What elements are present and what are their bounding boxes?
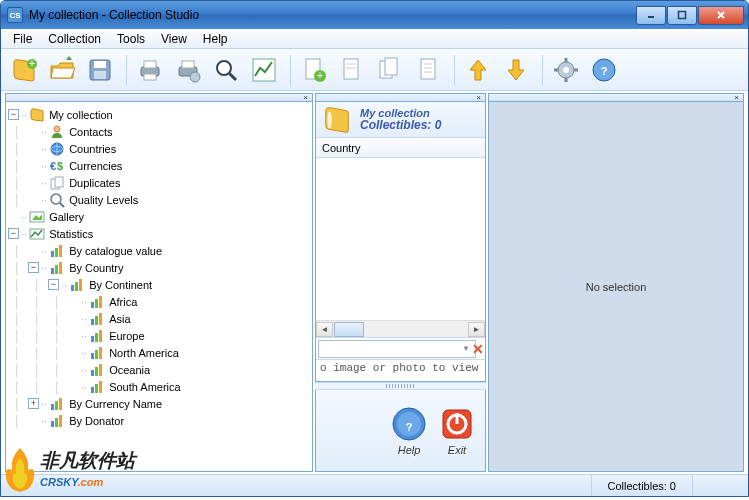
tree-item-oceania[interactable]: │││··Oceania <box>8 361 310 378</box>
svg-point-84 <box>327 111 332 128</box>
svg-rect-8 <box>94 71 106 79</box>
close-button[interactable] <box>698 6 744 25</box>
menu-tools[interactable]: Tools <box>109 30 153 48</box>
svg-rect-26 <box>421 59 435 79</box>
svg-rect-64 <box>95 316 98 325</box>
bars-icon <box>89 328 105 344</box>
svg-rect-69 <box>91 353 94 359</box>
svg-rect-82 <box>55 418 58 427</box>
middle-panel: × My collection Collectibles: 0 Country <box>313 91 486 474</box>
help-button[interactable]: ? Help <box>391 406 427 456</box>
middle-panel-header: × <box>315 93 486 101</box>
left-panel-close-icon[interactable]: × <box>301 94 310 101</box>
svg-rect-7 <box>94 61 106 68</box>
svg-rect-75 <box>91 387 94 393</box>
toolbar-help-button[interactable]: ? <box>587 53 621 87</box>
tree-label: Duplicates <box>69 177 120 189</box>
scroll-right-button[interactable]: ► <box>468 322 485 337</box>
preview-area: No selection <box>488 101 744 472</box>
horizontal-splitter[interactable] <box>315 382 486 390</box>
toolbar-page-remove-button[interactable] <box>335 53 369 87</box>
tree-item-by-catalogue-value[interactable]: │··By catalogue value <box>8 242 310 259</box>
tree-item-by-currency-name[interactable]: │+··By Currency Name <box>8 395 310 412</box>
tree-item-duplicates[interactable]: │··Duplicates <box>8 174 310 191</box>
right-panel-close-icon[interactable]: × <box>732 94 741 101</box>
collection-header: My collection Collectibles: 0 <box>316 102 485 138</box>
toolbar-folder-open-button[interactable] <box>45 53 79 87</box>
tree-item-by-continent[interactable]: ││−··By Continent <box>8 276 310 293</box>
toolbar: ++? <box>1 49 748 91</box>
tree-item-gallery[interactable]: ··Gallery <box>8 208 310 225</box>
scroll-left-button[interactable]: ◄ <box>316 322 333 337</box>
toolbar-separator <box>451 55 455 85</box>
middle-panel-close-icon[interactable]: × <box>474 94 483 101</box>
dropdown-chevron-icon[interactable]: ▼ <box>462 344 470 353</box>
bars-icon <box>69 277 85 293</box>
menu-file[interactable]: File <box>5 30 40 48</box>
svg-rect-70 <box>95 350 98 359</box>
svg-rect-51 <box>51 251 54 257</box>
toolbar-up-button[interactable] <box>461 53 495 87</box>
toolbar-print-setup-button[interactable] <box>171 53 205 87</box>
tree-label: North America <box>109 347 179 359</box>
grid-scrollbar[interactable]: ◄ ► <box>316 320 485 337</box>
toolbar-page-copy-button[interactable] <box>373 53 407 87</box>
maximize-button[interactable] <box>667 6 697 25</box>
toolbar-page-button[interactable] <box>411 53 445 87</box>
tree-item-africa[interactable]: │││··Africa <box>8 293 310 310</box>
tree-expander[interactable]: − <box>8 228 19 239</box>
tree-item-quality-levels[interactable]: │··Quality Levels <box>8 191 310 208</box>
toolbar-page-add-button[interactable]: + <box>297 53 331 87</box>
grid-header[interactable]: Country <box>316 138 485 158</box>
tree-item-statistics[interactable]: −··Statistics <box>8 225 310 242</box>
scroll-thumb[interactable] <box>334 322 364 337</box>
left-panel: × −··My collection│··Contacts│··Countrie… <box>1 91 313 474</box>
exit-icon <box>439 406 475 442</box>
menu-help[interactable]: Help <box>195 30 236 48</box>
tree-item-north-america[interactable]: │││··North America <box>8 344 310 361</box>
minimize-button[interactable] <box>636 6 666 25</box>
grid-col-country[interactable]: Country <box>322 142 361 154</box>
svg-rect-66 <box>91 336 94 342</box>
tree-item-countries[interactable]: │··Countries <box>8 140 310 157</box>
tree-expander[interactable]: − <box>28 262 39 273</box>
tree-label: Quality Levels <box>69 194 138 206</box>
tree-item-my-collection[interactable]: −··My collection <box>8 106 310 123</box>
left-panel-header: × <box>5 93 313 101</box>
svg-rect-25 <box>385 58 397 75</box>
svg-text:€: € <box>50 160 56 172</box>
tree-expander[interactable]: − <box>48 279 59 290</box>
svg-text:$: $ <box>57 160 63 172</box>
toolbar-search-button[interactable] <box>209 53 243 87</box>
globe-icon <box>49 141 65 157</box>
svg-rect-59 <box>79 279 82 291</box>
tree-item-south-america[interactable]: │││··South America <box>8 378 310 395</box>
tree-item-asia[interactable]: │││··Asia <box>8 310 310 327</box>
tree-item-currencies[interactable]: │··€$Currencies <box>8 157 310 174</box>
tree-item-by-donator[interactable]: │··By Donator <box>8 412 310 429</box>
menu-view[interactable]: View <box>153 30 195 48</box>
toolbar-separator <box>123 55 127 85</box>
svg-rect-73 <box>95 367 98 376</box>
toolbar-save-button[interactable] <box>83 53 117 87</box>
svg-rect-72 <box>91 370 94 376</box>
tree-item-contacts[interactable]: │··Contacts <box>8 123 310 140</box>
search-input[interactable] <box>318 340 476 358</box>
exit-button[interactable]: Exit <box>439 406 475 456</box>
tree-expander[interactable]: + <box>28 398 39 409</box>
toolbar-down-button[interactable] <box>499 53 533 87</box>
contacts-icon <box>49 124 65 140</box>
toolbar-gear-button[interactable] <box>549 53 583 87</box>
tree-expander[interactable]: − <box>8 109 19 120</box>
toolbar-print-button[interactable] <box>133 53 167 87</box>
menu-collection[interactable]: Collection <box>40 30 109 48</box>
clear-search-button[interactable]: ✕ <box>472 341 484 357</box>
tree-view[interactable]: −··My collection│··Contacts│··Countries│… <box>5 101 313 472</box>
tree-item-by-country[interactable]: │−··By Country <box>8 259 310 276</box>
middle-top: My collection Collectibles: 0 Country ◄ … <box>315 101 486 382</box>
toolbar-book-new-button[interactable]: + <box>7 53 41 87</box>
toolbar-chart-button[interactable] <box>247 53 281 87</box>
tree-item-europe[interactable]: │││··Europe <box>8 327 310 344</box>
svg-rect-13 <box>182 61 194 68</box>
grid-body[interactable] <box>316 158 485 320</box>
